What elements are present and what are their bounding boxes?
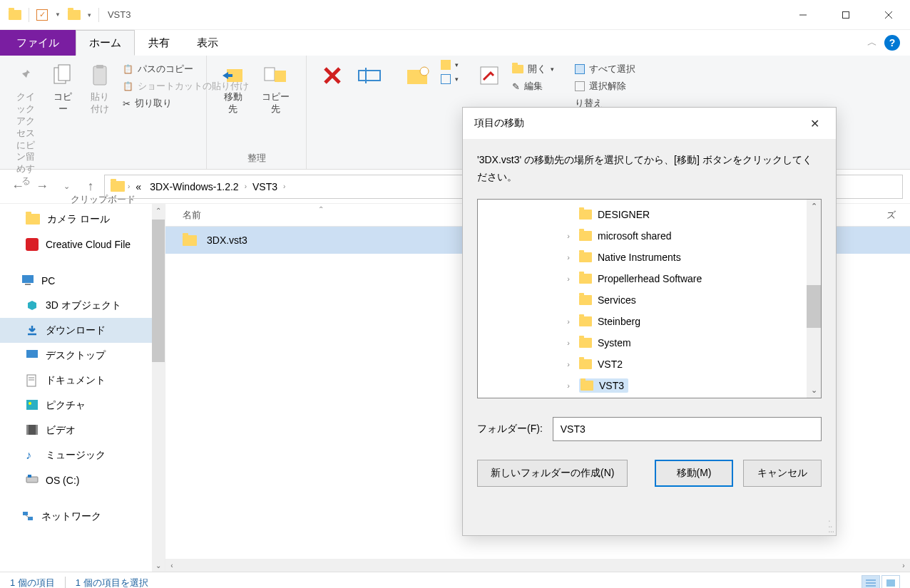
tab-view[interactable]: 表示 bbox=[183, 30, 232, 56]
delete-button[interactable] bbox=[314, 60, 351, 91]
scroll-right-icon[interactable]: › bbox=[897, 562, 910, 569]
expand-icon[interactable]: › bbox=[563, 232, 573, 240]
select-all-icon bbox=[575, 64, 585, 74]
tree-item[interactable]: ›Steinberg bbox=[478, 311, 821, 332]
dialog-close-button[interactable]: ✕ bbox=[804, 117, 824, 130]
tree-item[interactable]: DESIGNER bbox=[478, 204, 821, 225]
tree-item[interactable]: ›Propellerhead Software bbox=[478, 268, 821, 289]
scroll-left-icon[interactable]: ‹ bbox=[165, 562, 178, 569]
svg-rect-9 bbox=[265, 68, 275, 81]
view-details-button[interactable] bbox=[862, 575, 880, 589]
forward-button[interactable]: → bbox=[31, 176, 53, 197]
folder-field-input[interactable] bbox=[553, 417, 822, 441]
new-folder-button[interactable]: 新しいフォルダーの作成(N) bbox=[477, 460, 628, 487]
scrollbar-thumb[interactable] bbox=[152, 220, 165, 362]
minimize-button[interactable] bbox=[782, 0, 824, 30]
copy-to-button[interactable]: コピー先 bbox=[252, 60, 299, 118]
edit-icon: ✎ bbox=[512, 81, 520, 92]
sidebar-item-downloads[interactable]: ダウンロード bbox=[0, 318, 165, 343]
open-button[interactable]: 開く▾ bbox=[512, 63, 554, 76]
cancel-button[interactable]: キャンセル bbox=[743, 460, 822, 487]
tree-item-label: Propellerhead Software bbox=[598, 273, 702, 284]
sidebar-item-network[interactable]: ネットワーク bbox=[0, 504, 165, 529]
pin-quick-access-button[interactable]: クイック アクセス にピン留めする bbox=[7, 60, 44, 190]
navigation-pane[interactable]: カメラ ロール Creative Cloud File PC 3D オブジェクト… bbox=[0, 204, 165, 572]
tree-item[interactable]: ›VST3 bbox=[478, 375, 821, 396]
svg-rect-20 bbox=[26, 350, 38, 358]
paste-icon bbox=[87, 63, 113, 88]
folder-icon bbox=[579, 338, 592, 348]
resize-grip-icon[interactable]: .. .. . . bbox=[828, 517, 833, 532]
expand-icon[interactable]: › bbox=[563, 317, 573, 326]
tree-item[interactable]: ›Native Instruments bbox=[478, 247, 821, 268]
crumb-current[interactable]: VST3 bbox=[250, 181, 280, 192]
sidebar-item-documents[interactable]: ドキュメント bbox=[0, 368, 165, 393]
move-button[interactable]: 移動(M) bbox=[655, 460, 733, 487]
svg-rect-5 bbox=[58, 65, 70, 81]
easy-access-button[interactable]: ▾ bbox=[441, 74, 459, 84]
copy-button[interactable]: コピー bbox=[44, 60, 81, 118]
back-button[interactable]: ← bbox=[7, 176, 29, 197]
tab-file[interactable]: ファイル bbox=[0, 30, 76, 56]
scroll-down-icon[interactable]: ⌄ bbox=[807, 383, 821, 398]
sidebar-item-3d-objects[interactable]: 3D オブジェクト bbox=[0, 293, 165, 318]
tree-item[interactable]: ›System bbox=[478, 332, 821, 354]
recent-dropdown[interactable]: ⌄ bbox=[56, 176, 77, 197]
qat-check-icon[interactable]: ✓ bbox=[36, 9, 48, 21]
expand-icon[interactable]: › bbox=[563, 253, 573, 262]
folder-field-label: フォルダー(F): bbox=[477, 423, 543, 435]
rename-button[interactable] bbox=[351, 60, 388, 91]
sidebar-item-desktop[interactable]: デスクトップ bbox=[0, 343, 165, 368]
edit-button[interactable]: ✎編集 bbox=[512, 80, 554, 93]
tree-item[interactable]: Services bbox=[478, 289, 821, 311]
ribbon-tabs: ファイル ホーム 共有 表示 ︿ ? bbox=[0, 30, 910, 56]
tree-item[interactable]: ›microsoft shared bbox=[478, 225, 821, 247]
svg-rect-7 bbox=[96, 65, 103, 68]
expand-icon[interactable]: › bbox=[563, 381, 573, 390]
pictures-icon bbox=[26, 399, 39, 412]
horizontal-scrollbar[interactable]: ‹ › bbox=[165, 559, 910, 572]
scroll-up-icon[interactable]: ⌃ bbox=[807, 200, 821, 214]
maximize-button[interactable] bbox=[824, 0, 867, 30]
sidebar-item-camera-roll[interactable]: カメラ ロール bbox=[0, 207, 165, 232]
close-button[interactable] bbox=[867, 0, 910, 30]
scrollbar-thumb[interactable] bbox=[807, 285, 821, 328]
column-header-size[interactable]: ズ bbox=[886, 209, 896, 222]
window-title: VST3 bbox=[108, 9, 131, 20]
view-icons-button[interactable] bbox=[881, 575, 900, 589]
collapse-ribbon-icon[interactable]: ︿ bbox=[867, 36, 877, 49]
svg-rect-6 bbox=[93, 66, 106, 85]
new-item-button[interactable]: ▾ bbox=[441, 60, 459, 70]
titlebar: ✓ ▼ ▾ VST3 bbox=[0, 0, 910, 30]
properties-button[interactable] bbox=[471, 60, 508, 91]
select-none-button[interactable]: 選択解除 bbox=[575, 80, 635, 93]
tab-share[interactable]: 共有 bbox=[135, 30, 183, 56]
svg-rect-1 bbox=[843, 11, 849, 18]
help-icon[interactable]: ? bbox=[884, 35, 900, 51]
move-to-button[interactable]: 移動先 bbox=[214, 60, 252, 118]
tree-item-label: Native Instruments bbox=[598, 252, 681, 263]
sidebar-item-creative-cloud[interactable]: Creative Cloud File bbox=[0, 232, 165, 257]
svg-rect-19 bbox=[25, 284, 31, 285]
up-button[interactable]: ↑ bbox=[80, 176, 101, 197]
tab-home[interactable]: ホーム bbox=[76, 30, 135, 56]
new-folder-button[interactable] bbox=[399, 60, 436, 91]
expand-icon[interactable]: › bbox=[563, 360, 573, 368]
qat-dropdown-icon[interactable]: ▼ bbox=[55, 11, 61, 18]
sidebar-item-music[interactable]: ♪ミュージック bbox=[0, 443, 165, 468]
select-all-button[interactable]: すべて選択 bbox=[575, 63, 635, 76]
sidebar-item-pictures[interactable]: ピクチャ bbox=[0, 393, 165, 418]
sidebar-item-videos[interactable]: ビデオ bbox=[0, 418, 165, 443]
crumb-parent[interactable]: 3DX-Windows-1.2.2 bbox=[147, 181, 242, 192]
sidebar-item-pc[interactable]: PC bbox=[0, 268, 165, 293]
scroll-up-icon[interactable]: ⌃ bbox=[152, 204, 165, 217]
expand-icon[interactable]: › bbox=[563, 274, 573, 283]
expand-icon[interactable]: › bbox=[563, 339, 573, 347]
folder-tree[interactable]: DESIGNER›microsoft shared›Native Instrum… bbox=[477, 199, 822, 398]
open-icon bbox=[512, 65, 523, 73]
svg-rect-21 bbox=[27, 375, 36, 386]
sidebar-item-os-drive[interactable]: OS (C:) bbox=[0, 468, 165, 492]
paste-button[interactable]: 貼り付け bbox=[81, 60, 118, 118]
scroll-down-icon[interactable]: ⌄ bbox=[152, 559, 165, 572]
tree-item[interactable]: ›VST2 bbox=[478, 354, 821, 375]
